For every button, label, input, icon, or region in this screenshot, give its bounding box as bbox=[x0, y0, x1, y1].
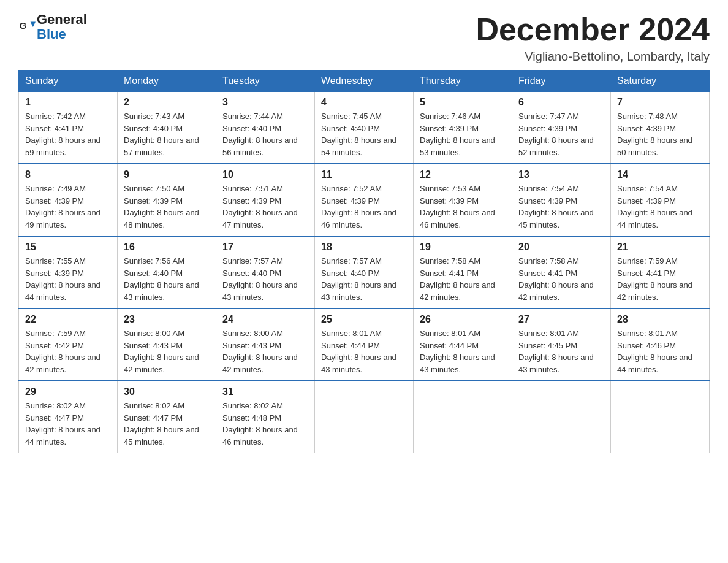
calendar-cell: 2 Sunrise: 7:43 AMSunset: 4:40 PMDayligh… bbox=[118, 92, 216, 164]
calendar-cell: 15 Sunrise: 7:55 AMSunset: 4:39 PMDaylig… bbox=[19, 236, 118, 308]
day-info: Sunrise: 7:49 AMSunset: 4:39 PMDaylight:… bbox=[25, 183, 111, 231]
day-info: Sunrise: 7:44 AMSunset: 4:40 PMDaylight:… bbox=[222, 110, 308, 158]
week-row-5: 29 Sunrise: 8:02 AMSunset: 4:47 PMDaylig… bbox=[19, 381, 710, 453]
day-number: 24 bbox=[222, 314, 308, 325]
day-number: 25 bbox=[321, 314, 407, 325]
day-number: 26 bbox=[420, 314, 506, 325]
day-info: Sunrise: 7:59 AMSunset: 4:41 PMDaylight:… bbox=[617, 255, 703, 303]
calendar-cell: 19 Sunrise: 7:58 AMSunset: 4:41 PMDaylig… bbox=[414, 236, 512, 308]
day-info: Sunrise: 7:59 AMSunset: 4:42 PMDaylight:… bbox=[25, 327, 111, 375]
weekday-header-friday: Friday bbox=[512, 71, 611, 92]
day-info: Sunrise: 7:50 AMSunset: 4:39 PMDaylight:… bbox=[124, 183, 210, 231]
calendar-cell: 26 Sunrise: 8:01 AMSunset: 4:44 PMDaylig… bbox=[414, 308, 512, 381]
day-number: 11 bbox=[321, 169, 407, 180]
calendar-cell: 16 Sunrise: 7:56 AMSunset: 4:40 PMDaylig… bbox=[118, 236, 216, 308]
day-info: Sunrise: 7:56 AMSunset: 4:40 PMDaylight:… bbox=[124, 255, 210, 303]
day-number: 15 bbox=[25, 242, 111, 253]
week-row-2: 8 Sunrise: 7:49 AMSunset: 4:39 PMDayligh… bbox=[19, 164, 710, 236]
svg-marker-1 bbox=[31, 22, 36, 27]
day-number: 20 bbox=[518, 242, 604, 253]
day-number: 8 bbox=[25, 169, 111, 180]
day-number: 17 bbox=[222, 242, 308, 253]
day-number: 7 bbox=[617, 97, 703, 108]
day-info: Sunrise: 7:53 AMSunset: 4:39 PMDaylight:… bbox=[420, 183, 506, 231]
day-number: 10 bbox=[222, 169, 308, 180]
location: Vigliano-Bettolino, Lombardy, Italy bbox=[476, 50, 710, 64]
calendar-cell: 4 Sunrise: 7:45 AMSunset: 4:40 PMDayligh… bbox=[315, 92, 414, 164]
svg-text:G: G bbox=[19, 20, 26, 31]
day-number: 30 bbox=[124, 386, 210, 397]
day-number: 12 bbox=[420, 169, 506, 180]
day-info: Sunrise: 7:54 AMSunset: 4:39 PMDaylight:… bbox=[617, 183, 703, 231]
day-info: Sunrise: 7:45 AMSunset: 4:40 PMDaylight:… bbox=[321, 110, 407, 158]
day-number: 1 bbox=[25, 97, 111, 108]
calendar-cell: 23 Sunrise: 8:00 AMSunset: 4:43 PMDaylig… bbox=[118, 308, 216, 381]
calendar-cell: 5 Sunrise: 7:46 AMSunset: 4:39 PMDayligh… bbox=[414, 92, 512, 164]
day-info: Sunrise: 7:47 AMSunset: 4:39 PMDaylight:… bbox=[518, 110, 604, 158]
day-info: Sunrise: 7:52 AMSunset: 4:39 PMDaylight:… bbox=[321, 183, 407, 231]
week-row-3: 15 Sunrise: 7:55 AMSunset: 4:39 PMDaylig… bbox=[19, 236, 710, 308]
weekday-header-wednesday: Wednesday bbox=[315, 71, 414, 92]
day-info: Sunrise: 7:43 AMSunset: 4:40 PMDaylight:… bbox=[124, 110, 210, 158]
day-number: 13 bbox=[518, 169, 604, 180]
calendar-table: SundayMondayTuesdayWednesdayThursdayFrid… bbox=[18, 70, 710, 453]
weekday-header-saturday: Saturday bbox=[611, 71, 710, 92]
calendar-cell: 18 Sunrise: 7:57 AMSunset: 4:40 PMDaylig… bbox=[315, 236, 414, 308]
calendar-cell: 22 Sunrise: 7:59 AMSunset: 4:42 PMDaylig… bbox=[19, 308, 118, 381]
calendar-cell: 10 Sunrise: 7:51 AMSunset: 4:39 PMDaylig… bbox=[216, 164, 315, 236]
month-title: December 2024 bbox=[476, 12, 710, 47]
calendar-cell: 6 Sunrise: 7:47 AMSunset: 4:39 PMDayligh… bbox=[512, 92, 611, 164]
calendar-cell: 13 Sunrise: 7:54 AMSunset: 4:39 PMDaylig… bbox=[512, 164, 611, 236]
calendar-cell bbox=[512, 381, 611, 453]
calendar-cell: 27 Sunrise: 8:01 AMSunset: 4:45 PMDaylig… bbox=[512, 308, 611, 381]
day-number: 23 bbox=[124, 314, 210, 325]
day-info: Sunrise: 7:51 AMSunset: 4:39 PMDaylight:… bbox=[222, 183, 308, 231]
day-info: Sunrise: 8:01 AMSunset: 4:44 PMDaylight:… bbox=[420, 327, 506, 375]
day-number: 18 bbox=[321, 242, 407, 253]
logo: G General Blue bbox=[18, 12, 87, 42]
logo-icon: G bbox=[18, 18, 36, 36]
calendar-cell: 7 Sunrise: 7:48 AMSunset: 4:39 PMDayligh… bbox=[611, 92, 710, 164]
day-info: Sunrise: 8:01 AMSunset: 4:45 PMDaylight:… bbox=[518, 327, 604, 375]
day-info: Sunrise: 8:02 AMSunset: 4:47 PMDaylight:… bbox=[25, 400, 111, 448]
calendar-cell: 30 Sunrise: 8:02 AMSunset: 4:47 PMDaylig… bbox=[118, 381, 216, 453]
weekday-header-tuesday: Tuesday bbox=[216, 71, 315, 92]
day-number: 16 bbox=[124, 242, 210, 253]
day-number: 6 bbox=[518, 97, 604, 108]
day-number: 27 bbox=[518, 314, 604, 325]
day-info: Sunrise: 7:57 AMSunset: 4:40 PMDaylight:… bbox=[321, 255, 407, 303]
calendar-cell bbox=[315, 381, 414, 453]
calendar-cell: 24 Sunrise: 8:00 AMSunset: 4:43 PMDaylig… bbox=[216, 308, 315, 381]
day-number: 9 bbox=[124, 169, 210, 180]
calendar-cell: 8 Sunrise: 7:49 AMSunset: 4:39 PMDayligh… bbox=[19, 164, 118, 236]
calendar-cell bbox=[414, 381, 512, 453]
calendar-cell: 28 Sunrise: 8:01 AMSunset: 4:46 PMDaylig… bbox=[611, 308, 710, 381]
day-number: 5 bbox=[420, 97, 506, 108]
calendar-cell bbox=[611, 381, 710, 453]
weekday-header-sunday: Sunday bbox=[19, 71, 118, 92]
day-number: 4 bbox=[321, 97, 407, 108]
weekday-header-thursday: Thursday bbox=[414, 71, 512, 92]
calendar-cell: 1 Sunrise: 7:42 AMSunset: 4:41 PMDayligh… bbox=[19, 92, 118, 164]
calendar-cell: 11 Sunrise: 7:52 AMSunset: 4:39 PMDaylig… bbox=[315, 164, 414, 236]
day-number: 28 bbox=[617, 314, 703, 325]
calendar-cell: 17 Sunrise: 7:57 AMSunset: 4:40 PMDaylig… bbox=[216, 236, 315, 308]
calendar-cell: 21 Sunrise: 7:59 AMSunset: 4:41 PMDaylig… bbox=[611, 236, 710, 308]
day-info: Sunrise: 7:57 AMSunset: 4:40 PMDaylight:… bbox=[222, 255, 308, 303]
page-header: G General Blue December 2024 Vigliano-Be… bbox=[18, 12, 710, 64]
calendar-cell: 20 Sunrise: 7:58 AMSunset: 4:41 PMDaylig… bbox=[512, 236, 611, 308]
calendar-cell: 31 Sunrise: 8:02 AMSunset: 4:48 PMDaylig… bbox=[216, 381, 315, 453]
day-info: Sunrise: 8:02 AMSunset: 4:47 PMDaylight:… bbox=[124, 400, 210, 448]
week-row-1: 1 Sunrise: 7:42 AMSunset: 4:41 PMDayligh… bbox=[19, 92, 710, 164]
day-info: Sunrise: 7:58 AMSunset: 4:41 PMDaylight:… bbox=[518, 255, 604, 303]
logo-general-text: General bbox=[37, 12, 87, 27]
day-info: Sunrise: 7:55 AMSunset: 4:39 PMDaylight:… bbox=[25, 255, 111, 303]
day-info: Sunrise: 8:01 AMSunset: 4:46 PMDaylight:… bbox=[617, 327, 703, 375]
calendar-cell: 14 Sunrise: 7:54 AMSunset: 4:39 PMDaylig… bbox=[611, 164, 710, 236]
logo-blue-text: Blue bbox=[37, 26, 66, 42]
calendar-cell: 25 Sunrise: 8:01 AMSunset: 4:44 PMDaylig… bbox=[315, 308, 414, 381]
day-info: Sunrise: 7:42 AMSunset: 4:41 PMDaylight:… bbox=[25, 110, 111, 158]
calendar-cell: 12 Sunrise: 7:53 AMSunset: 4:39 PMDaylig… bbox=[414, 164, 512, 236]
day-info: Sunrise: 8:00 AMSunset: 4:43 PMDaylight:… bbox=[124, 327, 210, 375]
day-info: Sunrise: 8:01 AMSunset: 4:44 PMDaylight:… bbox=[321, 327, 407, 375]
